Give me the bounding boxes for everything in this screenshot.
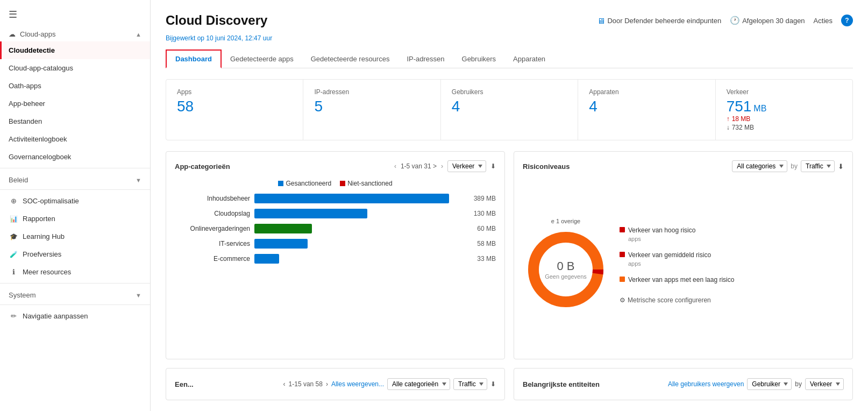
acties-button[interactable]: Acties bbox=[814, 17, 833, 25]
bar-row: IT-services58 MB bbox=[175, 239, 496, 249]
download-icon[interactable]: ⬇ bbox=[490, 162, 496, 170]
stat-gebruikers: Gebruikers 4 bbox=[441, 80, 578, 140]
bar-label: Onlinevergaderingen bbox=[175, 225, 250, 232]
sidebar-item-governancelogboek[interactable]: Governancelogboek bbox=[0, 148, 150, 166]
sidebar-item-bestanden[interactable]: Bestanden bbox=[0, 112, 150, 130]
app-categories-sort-select[interactable]: Verkeer bbox=[447, 160, 486, 172]
app-categories-title: App-categorieën bbox=[175, 162, 230, 171]
verkeer-unit: MB bbox=[753, 104, 766, 114]
tab-gedetecteerde-resources[interactable]: Gedetecteerde resources bbox=[302, 51, 399, 68]
systeem-section[interactable]: Systeem ▼ bbox=[0, 286, 150, 302]
acties-label: Acties bbox=[814, 17, 833, 25]
bottom-right-gebruiker-select[interactable]: Gebruiker bbox=[747, 378, 792, 390]
bottom-right-alles[interactable]: Alle gebruikers weergeven bbox=[668, 380, 744, 388]
medium-risk-color bbox=[620, 252, 625, 257]
governancelogboek-label: Governancelogboek bbox=[9, 153, 71, 161]
bar-value: 389 MB bbox=[464, 195, 496, 202]
oath-apps-label: Oath-apps bbox=[9, 82, 41, 90]
donut-section: e 1 overige 0 B Geen gegevens bbox=[523, 180, 844, 350]
app-categories-nav-next[interactable]: › bbox=[441, 162, 443, 170]
sidebar-item-rapporten[interactable]: 📊 Rapporten bbox=[0, 210, 150, 228]
update-label: Bijgewerkt op 10 juni 2024, 12:47 uur bbox=[166, 34, 272, 42]
tab-gebruikers[interactable]: Gebruikers bbox=[453, 51, 505, 68]
sidebar-item-activiteitenlogboek[interactable]: Activiteitenlogboek bbox=[0, 130, 150, 148]
sidebar-item-navigatie-aanpassen[interactable]: ✏ Navigatie aanpassen bbox=[0, 307, 150, 325]
stat-apps: Apps 58 bbox=[166, 80, 303, 140]
risco-selects: All categories by Traffic ⬇ bbox=[732, 160, 844, 172]
sidebar-item-cloud-app-catalogus[interactable]: Cloud-app-catalogus bbox=[0, 59, 150, 77]
defender-button[interactable]: 🖥 Door Defender beheerde eindpunten bbox=[597, 16, 721, 25]
app-categories-controls: ‹ 1-5 van 31 > › Verkeer ⬇ bbox=[394, 160, 496, 172]
bottom-right-title: Belangrijkste entiteiten bbox=[523, 380, 600, 388]
tab-ip-adressen[interactable]: IP-adressen bbox=[398, 51, 453, 68]
tab-gedetecteerde-apps[interactable]: Gedetecteerde apps bbox=[222, 51, 302, 68]
sidebar-item-meer-resources[interactable]: ℹ Meer resources bbox=[0, 263, 150, 281]
help-button[interactable]: ? bbox=[841, 15, 853, 26]
period-label: Afgelopen 30 dagen bbox=[742, 17, 805, 25]
tabs: Dashboard Gedetecteerde apps Gedetecteer… bbox=[166, 49, 853, 68]
proefversies-icon: 🧪 bbox=[9, 251, 18, 258]
sidebar-item-soc-optimalisatie[interactable]: ⊕ SOC-optimalisatie bbox=[0, 192, 150, 210]
app-categories-card: App-categorieën ‹ 1-5 van 31 > › Verkeer… bbox=[166, 151, 505, 359]
proefversies-label: Proefversies bbox=[23, 250, 61, 258]
gear-icon: ⚙ bbox=[620, 296, 625, 304]
bottom-left-cat-select[interactable]: Alle categorieën bbox=[387, 378, 450, 390]
defender-icon: 🖥 bbox=[597, 16, 605, 25]
apparaten-label: Apparaten bbox=[589, 88, 704, 96]
risco-category-select[interactable]: All categories bbox=[732, 160, 787, 172]
bar-value: 33 MB bbox=[464, 255, 496, 263]
risco-download-icon[interactable]: ⬇ bbox=[838, 162, 844, 171]
risco-traffic-select[interactable]: Traffic bbox=[801, 160, 835, 172]
bar-fill bbox=[254, 224, 312, 233]
bar-container bbox=[254, 194, 459, 203]
bottom-left-download-icon[interactable]: ⬇ bbox=[490, 380, 496, 388]
stat-verkeer: Verkeer 751 MB ↑ 18 MB ↓ 732 MB bbox=[716, 80, 852, 140]
gebruikers-label: Gebruikers bbox=[452, 88, 567, 96]
apps-value: 58 bbox=[177, 98, 292, 115]
ip-value: 5 bbox=[314, 98, 429, 115]
configure-button[interactable]: ⚙ Metrische score configureren bbox=[620, 296, 844, 304]
bar-container bbox=[254, 224, 459, 233]
clock-icon: 🕐 bbox=[730, 16, 740, 25]
sidebar-item-clouddetectie[interactable]: Clouddetectie bbox=[0, 41, 150, 59]
bar-container bbox=[254, 209, 459, 218]
beleid-section[interactable]: Beleid ▼ bbox=[0, 171, 150, 187]
cloud-apps-icon: ☁ bbox=[9, 30, 16, 38]
bottom-left-alles[interactable]: Alles weergeven... bbox=[331, 380, 384, 388]
bottom-left-traffic-select[interactable]: Traffic bbox=[453, 378, 487, 390]
niet-sanctioned-color bbox=[340, 181, 345, 186]
bottom-card-left: Een... ‹ 1-15 van 58 › Alles weergeven..… bbox=[166, 368, 505, 400]
bar-label: E-commerce bbox=[175, 255, 250, 263]
bar-value: 130 MB bbox=[464, 210, 496, 217]
bar-chart: Inhoudsbeheer389 MBCloudopslag130 MBOnli… bbox=[175, 194, 496, 264]
donut-chart: 0 B Geen gegevens bbox=[523, 226, 609, 313]
bottom-right-verkeer-select[interactable]: Verkeer bbox=[805, 378, 844, 390]
bar-row: Onlinevergaderingen60 MB bbox=[175, 224, 496, 233]
tab-apparaten[interactable]: Apparaten bbox=[504, 51, 554, 68]
cloud-apps-section[interactable]: ☁ Cloud-apps ▲ bbox=[0, 25, 150, 41]
bar-value: 60 MB bbox=[464, 225, 496, 232]
sidebar-item-learning-hub[interactable]: 🎓 Learning Hub bbox=[0, 228, 150, 245]
period-button[interactable]: 🕐 Afgelopen 30 dagen bbox=[730, 16, 805, 25]
bottom-row: Een... ‹ 1-15 van 58 › Alles weergeven..… bbox=[166, 368, 853, 400]
page-title: Cloud Discovery bbox=[166, 13, 267, 28]
bar-fill bbox=[254, 209, 367, 218]
sidebar-item-oath-apps[interactable]: Oath-apps bbox=[0, 77, 150, 95]
update-bar[interactable]: Bijgewerkt op 10 juni 2024, 12:47 uur bbox=[166, 34, 853, 42]
chart-legend: Gesanctioneerd Niet-sanctioned bbox=[175, 180, 496, 187]
bar-row: Cloudopslag130 MB bbox=[175, 209, 496, 218]
hamburger-menu[interactable]: ☰ bbox=[0, 0, 150, 25]
traffic-down: ↓ 732 MB bbox=[727, 124, 842, 131]
bottom-left-nav-next[interactable]: › bbox=[326, 380, 328, 388]
learning-hub-icon: 🎓 bbox=[9, 233, 18, 240]
app-beheer-label: App-beheer bbox=[9, 100, 45, 108]
app-categories-nav-prev[interactable]: ‹ bbox=[394, 162, 396, 170]
donut-value: 0 B bbox=[545, 259, 587, 273]
sidebar-item-proefversies[interactable]: 🧪 Proefversies bbox=[0, 245, 150, 263]
bottom-right-controls: Alle gebruikers weergeven Gebruiker by V… bbox=[668, 378, 844, 390]
sanctioned-label: Gesanctioneerd bbox=[286, 180, 331, 187]
bottom-left-controls: ‹ 1-15 van 58 › Alles weergeven... Alle … bbox=[283, 378, 496, 390]
tab-dashboard[interactable]: Dashboard bbox=[166, 49, 222, 68]
risco-title: Risiconiveaus bbox=[523, 162, 570, 171]
sidebar-item-app-beheer[interactable]: App-beheer bbox=[0, 95, 150, 112]
